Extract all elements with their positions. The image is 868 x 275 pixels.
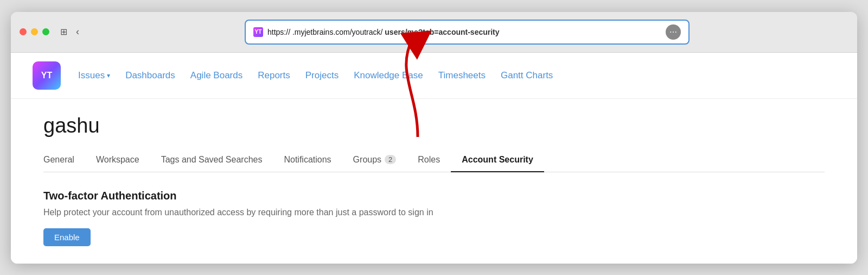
app-logo[interactable]: YT: [33, 61, 61, 90]
tab-notifications[interactable]: Notifications: [273, 148, 342, 172]
address-host-name: .myjetbrains.com/youtrack/: [290, 28, 382, 36]
enable-2fa-button[interactable]: Enable: [43, 228, 91, 246]
address-path: users/me?tab=account-security: [385, 28, 499, 36]
favicon: YT: [253, 27, 263, 37]
nav-timesheets[interactable]: Timesheets: [438, 70, 486, 81]
address-text: https:// .myjetbrains.com/youtrack/ user…: [267, 28, 661, 36]
traffic-lights: [20, 28, 49, 35]
profile-section: gashu General Workspace Tags and Saved S…: [11, 99, 857, 172]
maximize-button[interactable]: [42, 28, 49, 35]
nav-agile-boards[interactable]: Agile Boards: [190, 70, 242, 81]
tab-roles[interactable]: Roles: [407, 148, 451, 172]
minimize-button[interactable]: [31, 28, 38, 35]
page-content: YT Issues ▾ Dashboards Agile Boards Repo…: [11, 53, 857, 264]
tab-workspace-label: Workspace: [96, 155, 139, 165]
address-protocol: https://: [267, 28, 290, 36]
nav-gantt-charts[interactable]: Gantt Charts: [501, 70, 553, 81]
nav-bar: YT Issues ▾ Dashboards Agile Boards Repo…: [11, 53, 857, 99]
main-content: Two-factor Authentication Help protect y…: [11, 172, 857, 264]
address-bar-container: YT https:// .myjetbrains.com/youtrack/ u…: [86, 20, 848, 45]
groups-badge: 2: [385, 155, 396, 164]
nav-reports[interactable]: Reports: [258, 70, 290, 81]
address-bar[interactable]: YT https:// .myjetbrains.com/youtrack/ u…: [245, 20, 690, 45]
tab-groups[interactable]: Groups 2: [342, 148, 407, 172]
tab-roles-label: Roles: [418, 155, 440, 165]
section-title: Two-factor Authentication: [43, 190, 825, 202]
logo-text: YT: [41, 71, 52, 80]
tab-groups-label: Groups: [353, 155, 381, 165]
title-bar: ⊞ ‹ YT https:// .myjetbrains.com/youtrac…: [11, 12, 857, 53]
nav-dashboards[interactable]: Dashboards: [125, 70, 175, 81]
tab-general-label: General: [43, 155, 74, 165]
address-host: https:// .myjetbrains.com/youtrack/: [267, 28, 385, 36]
back-button[interactable]: ‹: [76, 26, 79, 38]
tab-tags-label: Tags and Saved Searches: [161, 155, 263, 165]
nav-links: Issues ▾ Dashboards Agile Boards Reports…: [78, 70, 553, 81]
nav-knowledge-base[interactable]: Knowledge Base: [354, 70, 423, 81]
address-more-button[interactable]: ⋯: [666, 24, 681, 40]
profile-tabs: General Workspace Tags and Saved Searche…: [43, 148, 825, 172]
tab-notifications-label: Notifications: [284, 155, 331, 165]
nav-issues[interactable]: Issues ▾: [78, 70, 110, 81]
tab-tags-saved-searches[interactable]: Tags and Saved Searches: [150, 148, 273, 172]
username: gashu: [43, 114, 825, 138]
tab-general[interactable]: General: [43, 148, 85, 172]
tab-account-security[interactable]: Account Security: [451, 148, 544, 172]
close-button[interactable]: [20, 28, 27, 35]
nav-projects[interactable]: Projects: [305, 70, 339, 81]
issues-dropdown-icon: ▾: [107, 72, 110, 79]
tab-workspace[interactable]: Workspace: [85, 148, 150, 172]
nav-issues-label: Issues: [78, 70, 105, 81]
sidebar-toggle-icon[interactable]: ⊞: [60, 27, 67, 37]
favicon-label: YT: [255, 29, 262, 35]
section-desc: Help protect your account from unauthori…: [43, 208, 825, 217]
tab-account-security-label: Account Security: [462, 155, 533, 165]
